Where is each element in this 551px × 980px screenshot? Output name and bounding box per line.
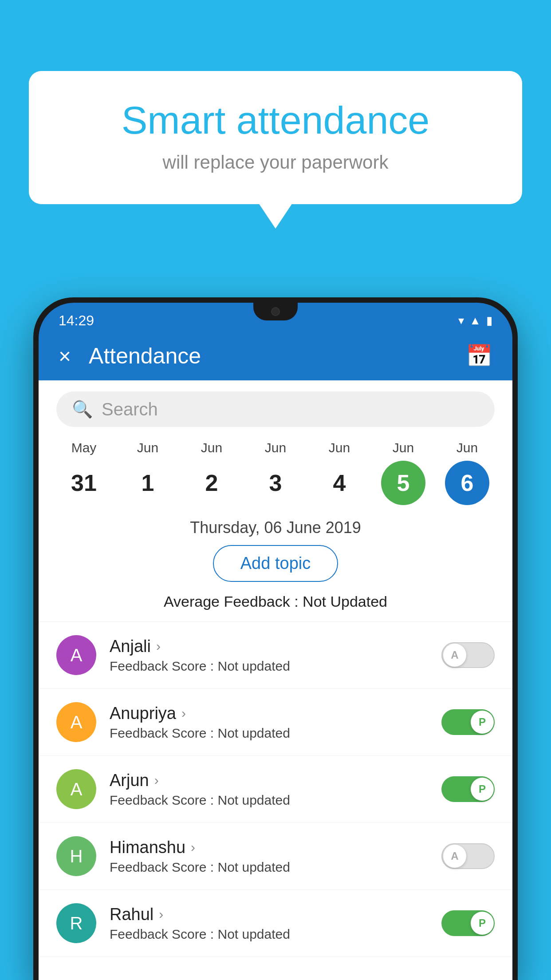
- feedback-value: Not updated: [217, 659, 290, 673]
- cal-day[interactable]: Jun2: [185, 440, 238, 505]
- toggle-knob: A: [443, 644, 466, 667]
- toggle-knob: P: [471, 912, 494, 935]
- feedback-label: Feedback Score :: [110, 726, 214, 740]
- toggle-wrap[interactable]: A: [441, 642, 495, 668]
- student-info: Rahul›Feedback Score : Not updated: [110, 905, 428, 942]
- avatar: R: [56, 903, 96, 943]
- toggle-knob: P: [471, 711, 494, 734]
- toggle-wrap[interactable]: P: [441, 776, 495, 802]
- student-info: Himanshu›Feedback Score : Not updated: [110, 838, 428, 875]
- phone-notch: [253, 303, 298, 320]
- student-name: Himanshu›: [110, 838, 428, 857]
- camera: [271, 307, 280, 316]
- cal-day[interactable]: Jun6: [441, 440, 494, 505]
- app-bar: × Attendance 📅: [39, 332, 512, 380]
- student-name-text: Rahul: [110, 905, 153, 924]
- screen-content: 🔍 Search May31Jun1Jun2Jun3Jun4Jun5Jun6 T…: [39, 380, 512, 980]
- cal-day[interactable]: May31: [57, 440, 110, 505]
- attendance-toggle[interactable]: P: [441, 709, 495, 735]
- student-name-text: Anupriya: [110, 704, 176, 723]
- status-time: 14:29: [59, 312, 94, 329]
- student-row[interactable]: AAnupriya›Feedback Score : Not updatedP: [39, 689, 512, 756]
- bubble-subtitle: will replace your paperwork: [64, 152, 487, 173]
- cal-day[interactable]: Jun4: [313, 440, 366, 505]
- student-name-text: Himanshu: [110, 838, 185, 857]
- cal-date-number: 5: [381, 461, 425, 505]
- avg-feedback-value: Not Updated: [303, 593, 387, 610]
- feedback-label: Feedback Score :: [110, 659, 214, 673]
- cal-date-number: 3: [253, 461, 298, 505]
- toggle-knob: A: [443, 845, 466, 868]
- attendance-toggle[interactable]: A: [441, 843, 495, 869]
- cal-date-number: 1: [126, 461, 170, 505]
- chevron-right-icon: ›: [159, 907, 163, 922]
- student-name-text: Arjun: [110, 771, 149, 790]
- search-bar[interactable]: 🔍 Search: [56, 391, 495, 427]
- cal-month-label: Jun: [457, 440, 478, 455]
- feedback-label: Feedback Score :: [110, 793, 214, 807]
- student-name: Anjali›: [110, 637, 428, 656]
- close-button[interactable]: ×: [59, 344, 71, 368]
- cal-day[interactable]: Jun1: [121, 440, 174, 505]
- chevron-right-icon: ›: [154, 773, 159, 788]
- student-row[interactable]: AArjun›Feedback Score : Not updatedP: [39, 756, 512, 823]
- phone-frame: 14:29 ▾ ▲ ▮ × Attendance 📅 🔍 Search May3…: [33, 297, 518, 980]
- search-placeholder: Search: [102, 399, 158, 419]
- avg-feedback: Average Feedback : Not Updated: [39, 593, 512, 610]
- avatar: A: [56, 769, 96, 809]
- cal-date-number: 6: [445, 461, 489, 505]
- cal-month-label: Jun: [393, 440, 414, 455]
- avatar: A: [56, 635, 96, 675]
- toggle-wrap[interactable]: P: [441, 910, 495, 936]
- phone-inner: 14:29 ▾ ▲ ▮ × Attendance 📅 🔍 Search May3…: [39, 303, 512, 980]
- feedback-score: Feedback Score : Not updated: [110, 860, 428, 875]
- feedback-score: Feedback Score : Not updated: [110, 726, 428, 741]
- chevron-right-icon: ›: [156, 639, 161, 654]
- app-bar-title: Attendance: [89, 343, 448, 369]
- feedback-label: Feedback Score :: [110, 860, 214, 874]
- avatar: H: [56, 836, 96, 876]
- feedback-label: Feedback Score :: [110, 927, 214, 941]
- student-info: Arjun›Feedback Score : Not updated: [110, 771, 428, 808]
- feedback-value: Not updated: [217, 726, 290, 740]
- toggle-wrap[interactable]: A: [441, 843, 495, 869]
- bubble-title: Smart attendance: [64, 98, 487, 143]
- cal-date-number: 2: [189, 461, 234, 505]
- chevron-right-icon: ›: [191, 840, 195, 855]
- cal-date-number: 4: [317, 461, 362, 505]
- student-row[interactable]: AAnjali›Feedback Score : Not updatedA: [39, 622, 512, 689]
- student-list: AAnjali›Feedback Score : Not updatedAAAn…: [39, 622, 512, 957]
- speech-bubble: Smart attendance will replace your paper…: [29, 71, 522, 204]
- student-name: Arjun›: [110, 771, 428, 790]
- add-topic-button[interactable]: Add topic: [213, 545, 338, 582]
- feedback-value: Not updated: [217, 927, 290, 941]
- student-row[interactable]: HHimanshu›Feedback Score : Not updatedA: [39, 823, 512, 890]
- student-row[interactable]: RRahul›Feedback Score : Not updatedP: [39, 890, 512, 957]
- attendance-toggle[interactable]: P: [441, 910, 495, 936]
- battery-icon: ▮: [486, 314, 492, 328]
- cal-month-label: May: [71, 440, 97, 455]
- avatar: A: [56, 702, 96, 742]
- date-header: Thursday, 06 June 2019: [39, 518, 512, 537]
- calendar-strip: May31Jun1Jun2Jun3Jun4Jun5Jun6: [39, 436, 512, 510]
- cal-month-label: Jun: [137, 440, 158, 455]
- cal-month-label: Jun: [201, 440, 222, 455]
- student-info: Anjali›Feedback Score : Not updated: [110, 637, 428, 674]
- feedback-value: Not updated: [217, 860, 290, 874]
- calendar-icon[interactable]: 📅: [466, 344, 492, 368]
- attendance-toggle[interactable]: P: [441, 776, 495, 802]
- attendance-toggle[interactable]: A: [441, 642, 495, 668]
- student-name: Anupriya›: [110, 704, 428, 723]
- cal-month-label: Jun: [265, 440, 286, 455]
- toggle-wrap[interactable]: P: [441, 709, 495, 735]
- student-info: Anupriya›Feedback Score : Not updated: [110, 704, 428, 741]
- avg-feedback-label: Average Feedback :: [164, 593, 299, 610]
- cal-day[interactable]: Jun5: [377, 440, 430, 505]
- feedback-value: Not updated: [217, 793, 290, 807]
- search-icon: 🔍: [72, 399, 93, 419]
- wifi-icon: ▾: [458, 314, 464, 328]
- status-icons: ▾ ▲ ▮: [458, 314, 492, 328]
- student-name-text: Anjali: [110, 637, 151, 656]
- feedback-score: Feedback Score : Not updated: [110, 659, 428, 674]
- cal-day[interactable]: Jun3: [249, 440, 302, 505]
